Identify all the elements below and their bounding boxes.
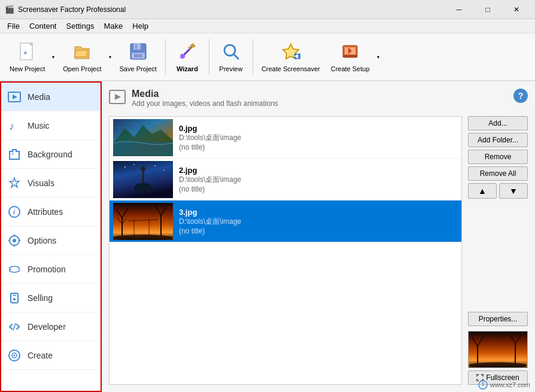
sidebar-item-options[interactable]: Options [1, 226, 101, 255]
wizard-button[interactable]: Wizard [169, 37, 205, 77]
visuals-icon [6, 175, 23, 192]
move-buttons: ▲ ▼ [468, 183, 528, 199]
close-button[interactable]: ✕ [503, 0, 530, 19]
menu-file[interactable]: File [2, 20, 25, 32]
wizard-label: Wizard [177, 65, 198, 72]
save-project-button[interactable]: Save Project [115, 37, 162, 77]
sidebar-item-background[interactable]: Background [1, 140, 101, 169]
sidebar-item-promotion[interactable]: Promotion [1, 255, 101, 284]
title-bar: 🎬 Screensaver Factory Professional ─ □ ✕ [0, 0, 535, 19]
sidebar-item-create[interactable]: Create [1, 341, 101, 370]
sidebar-label-promotion: Promotion [28, 265, 66, 274]
content-area: Media Add your images, videos and flash … [102, 81, 535, 392]
create-screensaver-button[interactable]: Create Screensaver [257, 37, 325, 77]
add-folder-button[interactable]: Add Folder... [468, 133, 528, 147]
preview-icon [221, 42, 241, 64]
properties-button[interactable]: Properties... [468, 312, 528, 326]
menu-make[interactable]: Make [99, 20, 127, 32]
sidebar-item-selling[interactable]: Selling [1, 284, 101, 312]
file-info-2: 2.jpg D:\tools\桌面\image (no title) [179, 166, 458, 193]
preview-button[interactable]: Preview [213, 37, 249, 77]
open-project-arrow[interactable]: ▾ [107, 37, 114, 77]
menu-content[interactable]: Content [25, 20, 62, 32]
selling-icon [6, 290, 23, 306]
file-path-0: D:\tools\桌面\image [179, 133, 458, 143]
app-icon: 🎬 [5, 5, 14, 14]
create-setup-button[interactable]: Create Setup [326, 37, 375, 77]
file-name-3: 3.jpg [179, 208, 458, 217]
window-title: Screensaver Factory Professional [18, 5, 445, 14]
sidebar-item-visuals[interactable]: Visuals [1, 169, 101, 197]
new-project-button[interactable]: + New Project [5, 37, 50, 77]
menu-settings[interactable]: Settings [62, 20, 99, 32]
create-setup-arrow[interactable]: ▾ [375, 37, 382, 77]
menu-help[interactable]: Help [127, 20, 153, 32]
file-info-0: 0.jpg D:\tools\桌面\image (no title) [179, 124, 458, 151]
svg-marker-25 [10, 178, 19, 187]
svg-marker-22 [13, 95, 17, 99]
file-name-2: 2.jpg [179, 166, 458, 175]
preview-thumbnail [468, 331, 528, 368]
sidebar-item-attributes[interactable]: i Attributes [1, 197, 101, 226]
svg-rect-20 [343, 55, 357, 57]
background-icon [6, 146, 23, 163]
file-info-3: 3.jpg D:\tools\桌面\image (no title) [179, 208, 458, 235]
menu-bar: File Content Settings Make Help [0, 19, 535, 34]
window-controls: ─ □ ✕ [445, 0, 530, 19]
remove-all-button[interactable]: Remove All [468, 166, 528, 181]
toolbar: + New Project ▾ Open Project ▾ [0, 34, 535, 81]
media-icon [6, 89, 23, 105]
file-item-3[interactable]: 3.jpg D:\tools\桌面\image (no title) [110, 200, 461, 242]
open-project-button[interactable]: Open Project [58, 37, 106, 77]
save-project-label: Save Project [120, 65, 157, 72]
wizard-icon [178, 42, 197, 64]
music-icon: ♪ [6, 117, 23, 134]
file-item-2[interactable]: 2.jpg D:\tools\桌面\image (no title) [110, 159, 461, 200]
svg-line-14 [234, 54, 238, 59]
create-setup-icon [341, 42, 360, 64]
file-list: 0.jpg D:\tools\桌面\image (no title) [109, 116, 462, 385]
svg-point-47 [134, 183, 152, 193]
section-icon [109, 89, 126, 109]
file-item-0[interactable]: 0.jpg D:\tools\桌面\image (no title) [110, 117, 461, 159]
section-title: Media [132, 89, 278, 99]
svg-text:♪: ♪ [9, 120, 14, 132]
attributes-icon: i [6, 203, 23, 220]
svg-rect-6 [135, 44, 137, 49]
svg-point-52 [154, 165, 156, 166]
toolbar-sep-1 [165, 39, 166, 75]
open-project-icon [72, 42, 92, 64]
help-button[interactable]: ? [513, 89, 528, 103]
move-down-button[interactable]: ▼ [499, 183, 528, 199]
file-title-2: (no title) [179, 185, 458, 193]
main-container: Media ♪ Music Background [0, 81, 535, 392]
new-project-icon: + [18, 42, 37, 64]
options-icon [6, 232, 23, 249]
maximize-button[interactable]: □ [474, 0, 501, 19]
toolbar-sep-3 [253, 39, 253, 75]
add-button[interactable]: Add... [468, 116, 528, 130]
sidebar-label-visuals: Visuals [28, 178, 54, 188]
developer-icon [6, 318, 23, 335]
create-screensaver-icon [281, 42, 300, 64]
file-path-3: D:\tools\桌面\image [179, 217, 458, 227]
sidebar-label-create: Create [28, 351, 53, 360]
svg-point-40 [14, 354, 16, 356]
new-project-arrow[interactable]: ▾ [50, 37, 57, 77]
sidebar-label-developer: Developer [28, 322, 66, 332]
svg-point-10 [180, 54, 185, 59]
svg-point-76 [482, 382, 484, 384]
sidebar-label-music: Music [28, 121, 50, 130]
minimize-button[interactable]: ─ [445, 0, 473, 19]
move-up-button[interactable]: ▲ [468, 183, 497, 199]
sidebar-item-developer[interactable]: Developer [1, 312, 101, 341]
remove-button[interactable]: Remove [468, 150, 528, 164]
sidebar-item-media[interactable]: Media [1, 83, 101, 111]
save-project-icon [129, 42, 148, 64]
svg-point-50 [124, 166, 126, 168]
svg-point-53 [163, 169, 165, 171]
sidebar-item-music[interactable]: ♪ Music [1, 111, 101, 140]
sidebar-label-background: Background [28, 150, 72, 159]
file-thumb-0 [113, 119, 173, 156]
file-path-2: D:\tools\桌面\image [179, 175, 458, 185]
